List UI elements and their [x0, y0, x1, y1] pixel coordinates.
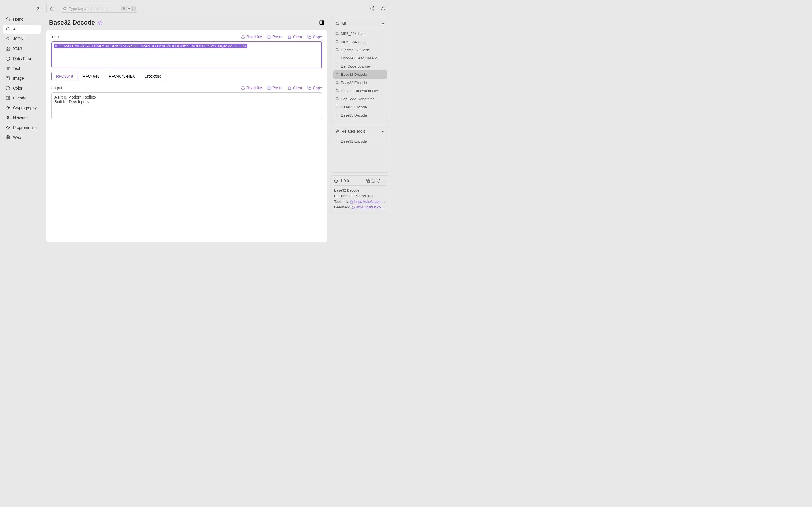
chat-icon	[352, 206, 355, 209]
sidebar-item-json[interactable]: JSON	[3, 34, 41, 43]
sidebar-item-yaml[interactable]: YAML	[3, 44, 41, 53]
clipboard-icon	[267, 35, 271, 39]
plug-icon	[6, 37, 10, 41]
svg-rect-23	[322, 20, 324, 24]
trash-icon	[288, 86, 292, 90]
output-paste-button[interactable]: Paste	[267, 86, 283, 90]
tool-icon	[335, 105, 339, 109]
tool-link[interactable]: https://t.he3app.co...	[354, 200, 386, 204]
sidebar-item-network[interactable]: Network	[3, 113, 41, 122]
svg-point-16	[371, 8, 372, 9]
tool-item[interactable]: Base85 Decode	[333, 111, 387, 119]
mode-rfc4648-hex[interactable]: RFC4648-HEX	[104, 71, 140, 81]
tool-item[interactable]: Base85 Encode	[333, 103, 387, 111]
sidebar-item-label: JSON	[13, 37, 23, 41]
share-icon[interactable]	[370, 6, 375, 11]
output-read-file-button[interactable]: Read file	[241, 86, 262, 90]
mode-rfc3548[interactable]: RFC3548	[51, 71, 78, 81]
sidebar-item-encode[interactable]: Encode	[3, 94, 41, 103]
sidebar-item-programming[interactable]: Programming	[3, 123, 41, 132]
info-icon	[334, 179, 338, 183]
tool-icon	[335, 97, 339, 101]
info-published: Published at: 6 days ago	[334, 194, 386, 198]
chevron-down-icon[interactable]	[381, 22, 385, 25]
tool-item[interactable]: Base32 Encode	[333, 78, 387, 87]
search-box[interactable]: ⌘ + K	[61, 4, 138, 13]
tool-item[interactable]: MD6_384 Hash	[333, 38, 387, 46]
info-feedback: Feedback: https://github.com/...	[334, 205, 386, 209]
sidebar-item-color[interactable]: Color	[3, 83, 41, 93]
chevron-down-icon[interactable]	[381, 129, 385, 133]
related-item[interactable]: Base32 Encode	[333, 137, 387, 145]
tool-icon	[335, 56, 339, 60]
sidebar-item-label: Home	[13, 17, 23, 21]
globe-mini-icon[interactable]	[371, 179, 375, 183]
search-input[interactable]	[69, 6, 121, 11]
bell-icon	[335, 22, 339, 25]
trash-icon	[288, 35, 292, 39]
input-copy-button[interactable]: Copy	[307, 35, 322, 39]
output-clear-button[interactable]: Clear	[288, 86, 302, 90]
tool-item-active[interactable]: Base32 Decode	[333, 70, 387, 78]
sidebar-item-text[interactable]: Text	[3, 64, 41, 73]
tool-item[interactable]: Decode Base64 to File	[333, 87, 387, 95]
bell-icon	[6, 27, 10, 31]
svg-point-20	[382, 7, 384, 8]
sidebar-item-web[interactable]: Web	[3, 133, 41, 142]
svg-rect-1	[8, 47, 10, 48]
output-copy-button[interactable]: Copy	[307, 86, 322, 90]
sidebar-item-label: Text	[13, 66, 20, 71]
svg-point-6	[7, 77, 8, 78]
svg-rect-25	[309, 36, 311, 39]
user-icon[interactable]	[381, 6, 386, 11]
input-clear-button[interactable]: Clear	[288, 35, 302, 39]
check-mini-icon[interactable]	[377, 179, 380, 183]
panel-toggle-icon[interactable]	[319, 20, 324, 25]
upload-icon	[241, 86, 245, 90]
copy-mini-icon[interactable]	[366, 179, 370, 183]
mode-rfc4648[interactable]: RFC4648	[78, 71, 104, 81]
upload-icon	[241, 35, 245, 39]
wifi-icon	[6, 115, 10, 120]
lightning-icon	[6, 106, 10, 110]
tool-card: input Read file Paste Clear	[46, 30, 327, 242]
svg-rect-24	[268, 35, 270, 36]
mode-crockford[interactable]: Crockford	[140, 71, 166, 81]
svg-rect-31	[367, 180, 370, 182]
tool-item[interactable]: Bar Code Generator	[333, 95, 387, 103]
image-icon	[6, 76, 10, 80]
output-label: output	[51, 86, 62, 90]
sidebar-item-cryptography[interactable]: Cryptography	[3, 103, 41, 112]
input-label: input	[51, 35, 60, 39]
sidebar-item-home[interactable]: Home	[3, 15, 41, 24]
feedback-link[interactable]: https://github.com/...	[356, 205, 386, 209]
tool-item[interactable]: Encode File to Base64	[333, 54, 387, 62]
tool-icon	[335, 81, 339, 84]
favorite-button[interactable]	[98, 20, 103, 25]
svg-point-15	[373, 6, 374, 8]
tool-item[interactable]: Ripemd256 Hash	[333, 46, 387, 54]
input-read-file-button[interactable]: Read file	[241, 35, 262, 39]
tool-icon	[335, 73, 339, 76]
info-name: Base32 Decode	[334, 188, 386, 192]
input-textarea[interactable]: IEQEM4TFMUWCATLPMRSXE3RAKRXW63DCN54AUQTV…	[51, 41, 322, 68]
sidebar-item-label: Color	[13, 86, 22, 91]
sidebar-item-label: Cryptography	[13, 106, 37, 110]
color-icon	[6, 86, 10, 91]
sidebar-collapse-button[interactable]	[36, 6, 41, 11]
sidebar-item-label: Programming	[13, 125, 37, 130]
sidebar-item-datetime[interactable]: Date/Time	[3, 54, 41, 63]
sidebar-item-image[interactable]: Image	[3, 74, 41, 83]
sidebar-item-label: Image	[13, 76, 24, 80]
output-textarea[interactable]: A Free, Modern Toolbox Built for Develop…	[51, 93, 322, 119]
tool-item[interactable]: Bar Code Scanner	[333, 62, 387, 70]
mode-segmented-control: RFC3548 RFC4648 RFC4648-HEX Crockford	[51, 71, 322, 81]
copy-icon	[307, 35, 311, 39]
home-button[interactable]	[50, 6, 54, 11]
sidebar-item-all[interactable]: All	[3, 24, 41, 34]
related-panel-header: Related Tools	[342, 129, 365, 133]
input-paste-button[interactable]: Paste	[267, 35, 283, 39]
tool-item[interactable]: MD6_224 Hash	[333, 30, 387, 38]
chevron-down-icon[interactable]	[382, 179, 386, 183]
tool-icon	[335, 139, 339, 143]
